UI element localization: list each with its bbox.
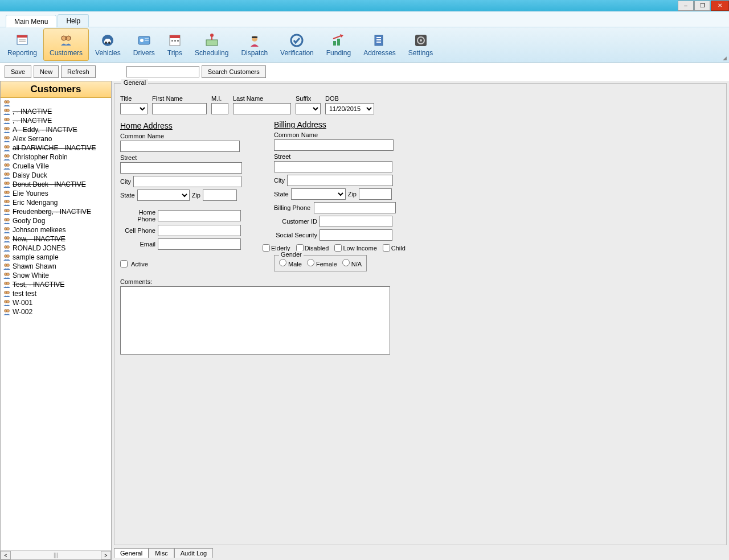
list-item[interactable]: Daisy Duck: [2, 171, 110, 180]
scroll-right-button[interactable]: >: [101, 551, 111, 559]
list-item[interactable]: Eric Ndengang: [2, 198, 110, 207]
minimize-button[interactable]: –: [678, 1, 694, 11]
list-item[interactable]: Shawn Shawn: [2, 262, 110, 271]
active-checkbox[interactable]: [120, 260, 128, 267]
tab-audit-log[interactable]: Audit Log: [174, 548, 213, 558]
list-item[interactable]: ali DARWICHE - INACTIVE: [2, 143, 110, 153]
firstname-input[interactable]: [152, 103, 207, 114]
refresh-button[interactable]: Refresh: [61, 65, 96, 78]
list-item[interactable]: Snow White: [2, 271, 110, 280]
ribbon-dispatch-label: Dispatch: [241, 49, 268, 57]
svg-point-33: [7, 109, 10, 112]
list-item[interactable]: Test, - INACTIVE: [2, 280, 110, 289]
tab-main-menu[interactable]: Main Menu: [6, 15, 56, 27]
maximize-button[interactable]: ❐: [694, 1, 710, 11]
sidebar-scrollbar[interactable]: < ||| >: [1, 550, 111, 559]
ssn-input[interactable]: [320, 229, 392, 241]
list-item[interactable]: W-001: [2, 298, 110, 307]
comments-textarea[interactable]: [120, 286, 390, 355]
ribbon-funding[interactable]: Funding: [320, 28, 357, 61]
list-item[interactable]: [2, 99, 110, 107]
list-item-label: ali DARWICHE - INACTIVE: [13, 144, 96, 152]
list-item[interactable]: , - INACTIVE: [2, 107, 110, 116]
ribbon-scheduling[interactable]: Scheduling: [189, 28, 235, 61]
home-street-input[interactable]: [120, 162, 242, 174]
ribbon-addresses[interactable]: Addresses: [357, 28, 402, 61]
list-item[interactable]: test test: [2, 289, 110, 298]
svg-rect-14: [170, 35, 180, 38]
person-icon: [3, 227, 11, 233]
list-item[interactable]: , - INACTIVE: [2, 116, 110, 125]
gender-female-radio[interactable]: [307, 259, 314, 266]
ribbon-settings[interactable]: Settings: [402, 28, 439, 61]
billing-common-input[interactable]: [274, 139, 394, 151]
list-item[interactable]: RONALD JONES: [2, 244, 110, 253]
svg-point-63: [7, 246, 10, 249]
elderly-checkbox[interactable]: [263, 244, 270, 252]
scroll-track[interactable]: |||: [11, 551, 101, 559]
ribbon-trips[interactable]: Trips: [161, 28, 189, 61]
list-item[interactable]: Elie Younes: [2, 189, 110, 198]
home-phone-input[interactable]: [158, 210, 241, 221]
list-item[interactable]: New, - INACTIVE: [2, 234, 110, 244]
home-city-input[interactable]: [133, 176, 241, 187]
lastname-input[interactable]: [233, 103, 291, 114]
new-button[interactable]: New: [34, 65, 59, 78]
list-item-label: test test: [13, 290, 36, 298]
svg-point-39: [7, 137, 10, 139]
billing-city-input[interactable]: [287, 175, 393, 186]
child-checkbox[interactable]: [383, 244, 390, 252]
tab-help[interactable]: Help: [58, 14, 89, 27]
suffix-select[interactable]: [296, 103, 321, 114]
list-item[interactable]: Freudenberg, - INACTIVE: [2, 207, 110, 216]
list-item[interactable]: W-002: [2, 307, 110, 316]
list-item[interactable]: Alex Serrano: [2, 134, 110, 143]
search-customers-button[interactable]: Search Customers: [202, 65, 266, 78]
billing-street-input[interactable]: [274, 161, 392, 172]
gender-groupbox: Gender Male Female N/A: [274, 255, 367, 271]
lowincome-checkbox[interactable]: [334, 244, 342, 252]
firstname-label: First Name: [152, 95, 207, 102]
email-input[interactable]: [158, 238, 241, 250]
svg-point-29: [420, 39, 422, 42]
home-common-input[interactable]: [120, 141, 240, 152]
home-zip-input[interactable]: [203, 190, 237, 201]
tab-misc[interactable]: Misc: [149, 548, 174, 558]
list-item-label: Daisy Duck: [13, 171, 47, 179]
ribbon-expand-icon[interactable]: ◢: [723, 55, 727, 61]
search-input[interactable]: [126, 66, 199, 77]
scroll-left-button[interactable]: <: [1, 551, 11, 559]
billing-phone-input[interactable]: [314, 202, 396, 213]
list-item[interactable]: Johnson melkees: [2, 225, 110, 234]
cell-phone-input[interactable]: [158, 225, 241, 236]
customers-list[interactable]: , - INACTIVE, - INACTIVEA - Eddy, - INAC…: [1, 98, 111, 550]
list-item[interactable]: Goofy Dog: [2, 216, 110, 225]
ribbon-vehicles[interactable]: Vehicles: [89, 28, 127, 61]
list-item[interactable]: Donut Duck - INACTIVE: [2, 180, 110, 189]
save-button[interactable]: Save: [5, 65, 31, 78]
customer-id-input[interactable]: [320, 216, 392, 227]
ribbon-verification[interactable]: Verification: [274, 28, 320, 61]
ribbon-drivers[interactable]: Drivers: [127, 28, 161, 61]
list-item[interactable]: Christopher Robin: [2, 153, 110, 162]
close-button[interactable]: ✕: [711, 1, 729, 11]
svg-point-8: [108, 42, 110, 44]
dob-input[interactable]: 11/20/2015: [325, 103, 374, 114]
billing-zip-input[interactable]: [359, 188, 392, 200]
gender-na-radio[interactable]: [342, 259, 350, 266]
gender-male-radio[interactable]: [279, 259, 286, 266]
ribbon-customers[interactable]: Customers: [43, 28, 89, 61]
list-item[interactable]: A - Eddy, - INACTIVE: [2, 125, 110, 134]
tab-general[interactable]: General: [114, 548, 149, 558]
title-select[interactable]: [120, 103, 148, 114]
ribbon-reporting[interactable]: Reporting: [1, 28, 43, 61]
list-item[interactable]: sample sample: [2, 253, 110, 262]
billing-state-select[interactable]: [291, 188, 346, 200]
svg-rect-25: [376, 39, 381, 40]
mi-input[interactable]: [211, 103, 228, 114]
ribbon-dispatch[interactable]: Dispatch: [235, 28, 274, 61]
home-common-label: Common Name: [120, 133, 257, 139]
list-item-label: W-001: [13, 299, 32, 307]
list-item[interactable]: Cruella Ville: [2, 162, 110, 171]
home-state-select[interactable]: [137, 190, 190, 201]
